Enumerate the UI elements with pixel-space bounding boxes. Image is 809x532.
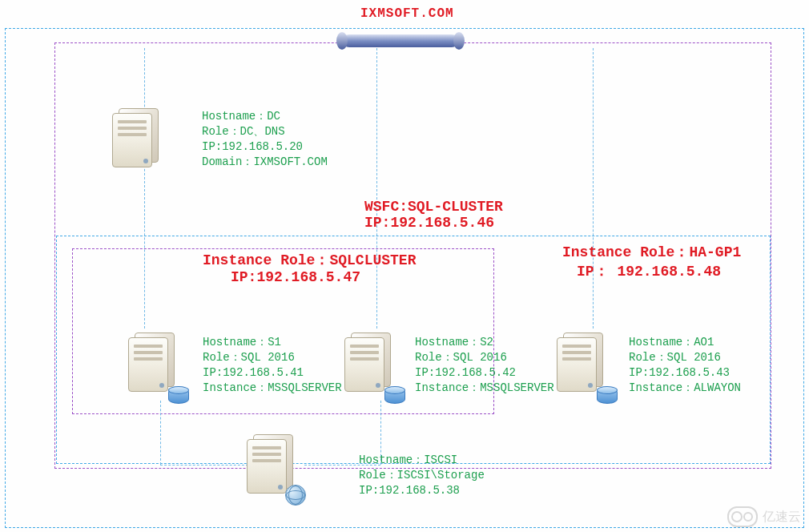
wsfc-ip: IP:192.168.5.46 — [364, 215, 503, 231]
s2-role: Role：SQL 2016 — [415, 350, 554, 365]
s1-role: Role：SQL 2016 — [203, 350, 342, 365]
dc-info: Hostname：DC Role：DC、DNS IP:192.168.5.20 … — [202, 109, 328, 170]
disk-icon — [168, 386, 189, 404]
iscsi-hostname: Hostname：ISCSI — [359, 453, 485, 468]
watermark-logo-icon — [727, 506, 758, 527]
watermark: 亿速云 — [727, 506, 801, 527]
link-iscsi-s1-h — [160, 465, 248, 466]
sqlcluster-role-ip: IP:192.168.5.47 — [231, 269, 416, 285]
dc-domain: Domain：IXMSOFT.COM — [202, 155, 328, 170]
iscsi-ip: IP:192.168.5.38 — [359, 483, 485, 498]
wsfc-label: WSFC:SQL-CLUSTER IP:192.168.5.46 — [364, 199, 503, 231]
sqlcluster-role-name: Instance Role：SQLCLUSTER — [203, 250, 416, 269]
s1-hostname: Hostname：S1 — [203, 335, 342, 350]
s1-info: Hostname：S1 Role：SQL 2016 IP:192.168.5.4… — [203, 335, 342, 396]
domain-title: IXMSOFT.COM — [360, 6, 454, 21]
server-s1-icon — [128, 332, 184, 401]
watermark-text: 亿速云 — [763, 509, 801, 526]
s2-info: Hostname：S2 Role：SQL 2016 IP:192.168.5.4… — [415, 335, 554, 396]
link-ao1 — [593, 48, 594, 328]
link-iscsi-s1-v — [160, 401, 161, 465]
iscsi-info: Hostname：ISCSI Role：ISCSI\Storage IP:192… — [359, 453, 485, 498]
s1-instance: Instance：MSSQLSERVER — [203, 381, 342, 396]
server-iscsi-icon — [247, 434, 303, 502]
dc-hostname: Hostname：DC — [202, 109, 328, 124]
s1-ip: IP:192.168.5.41 — [203, 365, 342, 381]
hagp1-role-name: Instance Role：HA-GP1 — [562, 242, 741, 261]
sqlcluster-role-label: Instance Role：SQLCLUSTER IP:192.168.5.47 — [203, 250, 416, 285]
server-ao1-icon — [557, 332, 613, 401]
hagp1-role-label: Instance Role：HA-GP1 IP： 192.168.5.48 — [562, 242, 741, 280]
ao1-hostname: Hostname：AO1 — [629, 335, 741, 350]
link-dc — [144, 48, 145, 328]
s2-instance: Instance：MSSQLSERVER — [415, 381, 554, 396]
ao1-instance: Instance：ALWAYON — [629, 381, 741, 396]
dc-ip: IP:192.168.5.20 — [202, 139, 328, 155]
server-dc-icon — [112, 108, 168, 176]
network-bus-icon — [336, 32, 465, 50]
wsfc-name: WSFC:SQL-CLUSTER — [364, 199, 503, 215]
disk-icon — [384, 386, 405, 404]
globe-icon — [285, 485, 306, 506]
s2-ip: IP:192.168.5.42 — [415, 365, 554, 381]
link-s2 — [376, 48, 377, 328]
s2-hostname: Hostname：S2 — [415, 335, 554, 350]
disk-icon — [597, 386, 618, 404]
ao1-ip: IP:192.168.5.43 — [629, 365, 741, 381]
dc-role: Role：DC、DNS — [202, 124, 328, 139]
server-s2-icon — [344, 332, 400, 401]
iscsi-role: Role：ISCSI\Storage — [359, 468, 485, 483]
hagp1-role-ip: IP： 192.168.5.48 — [577, 261, 741, 280]
ao1-info: Hostname：AO1 Role：SQL 2016 IP:192.168.5.… — [629, 335, 741, 396]
ao1-role: Role：SQL 2016 — [629, 350, 741, 365]
